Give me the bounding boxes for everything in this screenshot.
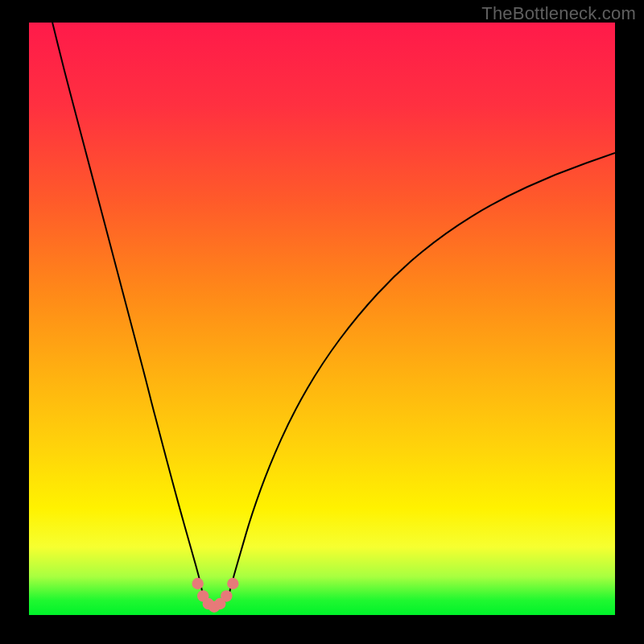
valley-marker [227,578,238,589]
valley-marker [192,578,203,589]
gradient-background [29,23,615,615]
chart-frame: TheBottleneck.com [0,0,644,644]
valley-marker [221,590,232,601]
watermark-text: TheBottleneck.com [481,3,636,24]
bottleneck-chart [29,23,615,615]
plot-area [29,23,615,615]
